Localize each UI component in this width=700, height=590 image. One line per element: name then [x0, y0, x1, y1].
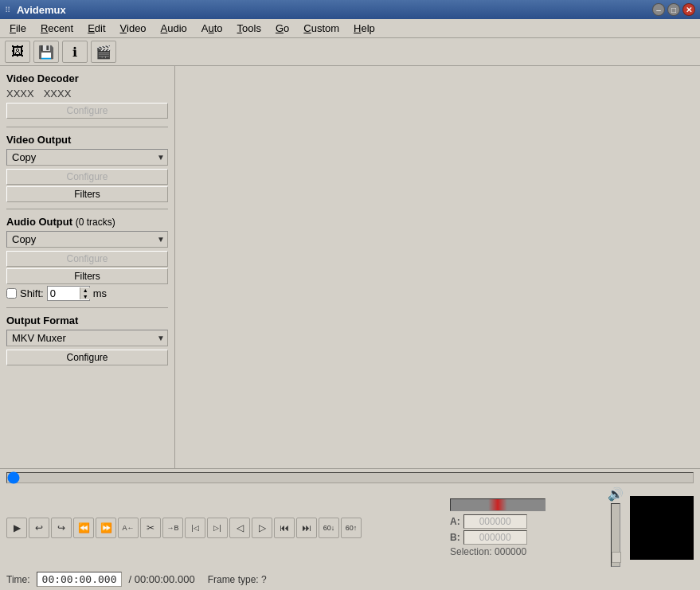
- minimize-button[interactable]: –: [652, 3, 665, 16]
- divider-1: [6, 127, 168, 127]
- decoder-codec2: XXXX: [44, 88, 72, 100]
- open-video-button[interactable]: 🖼: [5, 41, 30, 63]
- video-output-header: Video Output: [6, 134, 168, 146]
- volume-thumb[interactable]: [612, 552, 621, 563]
- menu-audio[interactable]: Audio: [154, 21, 194, 36]
- go-to-a-button[interactable]: A←: [118, 518, 139, 538]
- audio-output-header: Audio Output (0 tracks): [6, 216, 168, 228]
- output-format-select[interactable]: MKV Muxer AVI Muxer MP4 Muxer TS Muxer: [6, 330, 168, 346]
- transport-controls: ▶ ↩ ↪ ⏪ ⏩ A← ✂ →B |◁ ▷| ◁ ▷ ⏮ ⏭ 60↓ 60↑: [6, 518, 362, 538]
- decoder-codec-row: XXXX XXXX: [6, 88, 168, 100]
- output-format-dropdown-container: MKV Muxer AVI Muxer MP4 Muxer TS Muxer ▼: [6, 330, 168, 346]
- selection-label: Selection: 000000: [450, 546, 601, 557]
- divider-2: [6, 209, 168, 209]
- menu-go[interactable]: Go: [269, 21, 295, 36]
- back-60s-button[interactable]: 60↓: [319, 518, 339, 538]
- video-decoder-section: Video Decoder XXXX XXXX Configure: [6, 72, 168, 120]
- audio-track-count: (0 tracks): [76, 217, 115, 228]
- b-marker-label: B:: [450, 532, 460, 543]
- video-preview: [630, 496, 694, 560]
- shift-label: Shift:: [20, 287, 44, 299]
- transport-section: ▶ ↩ ↪ ⏪ ⏩ A← ✂ →B |◁ ▷| ◁ ▷ ⏮ ⏭ 60↓ 60↑: [6, 518, 362, 538]
- title-bar: ⠿ Avidemux – □ ✕: [0, 0, 700, 19]
- video-output-configure-button[interactable]: Configure: [6, 169, 168, 185]
- fastforward-button[interactable]: ⏩: [96, 518, 116, 538]
- info-button[interactable]: ℹ: [62, 41, 88, 63]
- shift-input[interactable]: 0: [48, 287, 80, 300]
- shift-checkbox[interactable]: [6, 288, 17, 299]
- play-button[interactable]: ▶: [6, 518, 27, 538]
- go-start-button[interactable]: ⏮: [274, 518, 295, 538]
- menu-video[interactable]: Video: [114, 21, 153, 36]
- timeline-slider[interactable]: [6, 472, 694, 483]
- output-format-section: Output Format MKV Muxer AVI Muxer MP4 Mu…: [6, 315, 168, 367]
- menu-bar: File Recent Edit Video Audio Auto Tools …: [0, 19, 700, 38]
- frame-type-value: ?: [261, 574, 267, 585]
- next-frame-button[interactable]: ▷: [252, 518, 272, 538]
- menu-edit[interactable]: Edit: [81, 21, 111, 36]
- shift-spinners: ▲ ▼: [80, 287, 91, 299]
- fwd-60s-button[interactable]: 60↑: [341, 518, 362, 538]
- save-button[interactable]: 💾: [33, 41, 59, 63]
- audio-output-dropdown-container: Copy None AAC AC3 MP3 ▼: [6, 231, 168, 248]
- shift-row: Shift: 0 ▲ ▼ ms: [6, 286, 168, 301]
- toolbar: 🖼 💾 ℹ 🎬: [0, 38, 700, 66]
- go-to-b-button[interactable]: →B: [162, 518, 183, 538]
- menu-file[interactable]: File: [3, 21, 33, 36]
- output-format-configure-button[interactable]: Configure: [6, 350, 168, 365]
- menu-recent[interactable]: Recent: [34, 21, 80, 36]
- close-button[interactable]: ✕: [682, 3, 695, 16]
- time-display: 00:00:00.000: [37, 572, 123, 587]
- b-marker-row: B: 000000: [450, 530, 601, 545]
- time-total: / 00:00:00.000: [128, 573, 194, 585]
- next-keyframe-button[interactable]: ↪: [51, 518, 72, 538]
- menu-auto[interactable]: Auto: [195, 21, 229, 36]
- bottom-area: ▶ ↩ ↪ ⏪ ⏩ A← ✂ →B |◁ ▷| ◁ ▷ ⏮ ⏭ 60↓ 60↑: [0, 468, 700, 590]
- transport-preview-row: ▶ ↩ ↪ ⏪ ⏩ A← ✂ →B |◁ ▷| ◁ ▷ ⏮ ⏭ 60↓ 60↑: [0, 485, 700, 570]
- audio-output-configure-button[interactable]: Configure: [6, 251, 168, 267]
- right-panel: [175, 66, 700, 468]
- shift-up-button[interactable]: ▲: [80, 287, 91, 294]
- menu-custom[interactable]: Custom: [297, 21, 346, 36]
- video-output-select[interactable]: Copy None MPEG-4 AVC FFV1 HEVC: [6, 149, 168, 166]
- audio-output-select[interactable]: Copy None AAC AC3 MP3: [6, 231, 168, 248]
- video-output-filters-button[interactable]: Filters: [6, 186, 168, 202]
- video-decoder-configure-button[interactable]: Configure: [6, 103, 168, 119]
- divider-3: [6, 307, 168, 308]
- menu-help[interactable]: Help: [347, 21, 381, 36]
- speed-bar: [450, 498, 546, 511]
- shift-down-button[interactable]: ▼: [80, 294, 91, 300]
- shift-input-container: 0 ▲ ▼: [47, 286, 90, 301]
- encode-button[interactable]: 🎬: [91, 41, 116, 63]
- markers-volume-area: A: 000000 B: 000000 Selection: 000000: [450, 498, 601, 557]
- rewind-button[interactable]: ⏪: [73, 518, 94, 538]
- restore-button[interactable]: □: [667, 3, 680, 16]
- left-panel: Video Decoder XXXX XXXX Configure Video …: [0, 66, 175, 468]
- audio-output-filters-button[interactable]: Filters: [6, 268, 168, 284]
- menu-tools[interactable]: Tools: [231, 21, 268, 36]
- prev-black-frame-button[interactable]: |◁: [185, 518, 205, 538]
- go-end-button[interactable]: ⏭: [296, 518, 317, 538]
- frame-type-label: Frame type: ?: [208, 574, 267, 585]
- next-black-frame-button[interactable]: ▷|: [207, 518, 228, 538]
- status-row: Time: 00:00:00.000 / 00:00:00.000 Frame …: [0, 570, 700, 590]
- volume-track[interactable]: [611, 503, 620, 567]
- time-label: Time:: [6, 574, 30, 585]
- prev-frame-button[interactable]: ◁: [229, 518, 250, 538]
- drag-handle: ⠿: [5, 6, 10, 14]
- main-container: Video Decoder XXXX XXXX Configure Video …: [0, 66, 700, 468]
- a-marker-label: A:: [450, 516, 460, 527]
- video-output-section: Video Output Copy None MPEG-4 AVC FFV1 H…: [6, 134, 168, 202]
- window-title: Avidemux: [17, 4, 66, 16]
- audio-output-section: Audio Output (0 tracks) Copy None AAC AC…: [6, 216, 168, 301]
- decoder-codec1: XXXX: [6, 88, 34, 100]
- timeline-row: [0, 469, 700, 485]
- video-output-dropdown-container: Copy None MPEG-4 AVC FFV1 HEVC ▼: [6, 149, 168, 166]
- title-bar-buttons: – □ ✕: [652, 3, 695, 16]
- b-marker-value: 000000: [463, 530, 527, 545]
- shift-ms-label: ms: [93, 287, 107, 299]
- volume-icon[interactable]: 🔊: [608, 486, 624, 502]
- a-marker-row: A: 000000: [450, 514, 601, 529]
- prev-keyframe-button[interactable]: ↩: [29, 518, 49, 538]
- cut-button[interactable]: ✂: [140, 518, 161, 538]
